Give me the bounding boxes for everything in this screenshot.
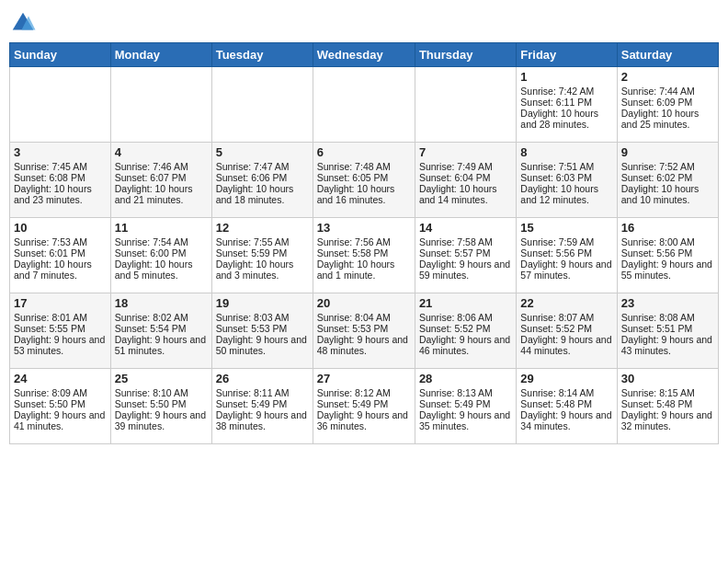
calendar-body: 1Sunrise: 7:42 AMSunset: 6:11 PMDaylight… bbox=[10, 67, 719, 444]
calendar-cell: 27Sunrise: 8:12 AMSunset: 5:49 PMDayligh… bbox=[313, 369, 415, 444]
day-info: Sunset: 5:56 PM bbox=[621, 247, 714, 259]
day-info: Sunrise: 7:58 AM bbox=[419, 236, 512, 247]
day-number: 24 bbox=[14, 372, 107, 385]
day-info: Daylight: 9 hours and 38 minutes. bbox=[216, 409, 309, 431]
calendar-cell: 9Sunrise: 7:52 AMSunset: 6:02 PMDaylight… bbox=[617, 143, 718, 218]
day-info: Sunrise: 8:15 AM bbox=[621, 387, 714, 398]
day-info: Sunset: 6:04 PM bbox=[419, 172, 512, 183]
calendar-cell: 25Sunrise: 8:10 AMSunset: 5:50 PMDayligh… bbox=[110, 369, 211, 444]
day-info: Daylight: 10 hours and 12 minutes. bbox=[520, 183, 612, 205]
calendar-cell: 18Sunrise: 8:02 AMSunset: 5:54 PMDayligh… bbox=[110, 293, 211, 369]
calendar-cell: 4Sunrise: 7:46 AMSunset: 6:07 PMDaylight… bbox=[110, 143, 211, 218]
day-info: Sunset: 5:58 PM bbox=[317, 247, 411, 259]
day-info: Sunrise: 7:54 AM bbox=[115, 236, 208, 247]
calendar-cell: 28Sunrise: 8:13 AMSunset: 5:49 PMDayligh… bbox=[415, 369, 516, 444]
day-number: 30 bbox=[621, 372, 714, 385]
day-info: Sunset: 5:53 PM bbox=[216, 323, 309, 334]
calendar-table: SundayMondayTuesdayWednesdayThursdayFrid… bbox=[9, 42, 719, 444]
calendar-cell: 14Sunrise: 7:58 AMSunset: 5:57 PMDayligh… bbox=[415, 218, 516, 293]
day-number: 18 bbox=[115, 296, 208, 310]
day-number: 27 bbox=[317, 372, 411, 385]
day-number: 12 bbox=[216, 221, 309, 235]
calendar-cell: 13Sunrise: 7:56 AMSunset: 5:58 PMDayligh… bbox=[313, 218, 415, 293]
day-info: Sunrise: 7:59 AM bbox=[520, 236, 612, 247]
calendar-cell: 1Sunrise: 7:42 AMSunset: 6:11 PMDaylight… bbox=[517, 67, 617, 143]
day-info: Daylight: 10 hours and 18 minutes. bbox=[216, 183, 309, 205]
day-header-wednesday: Wednesday bbox=[313, 43, 415, 67]
day-info: Daylight: 9 hours and 53 minutes. bbox=[14, 334, 107, 356]
logo-icon bbox=[9, 9, 37, 37]
day-info: Sunrise: 7:52 AM bbox=[621, 161, 714, 172]
day-info: Daylight: 9 hours and 48 minutes. bbox=[317, 334, 411, 356]
day-number: 28 bbox=[419, 372, 512, 385]
day-info: Sunrise: 7:46 AM bbox=[115, 161, 208, 172]
calendar-week-4: 17Sunrise: 8:01 AMSunset: 5:55 PMDayligh… bbox=[10, 293, 719, 369]
day-info: Sunrise: 8:09 AM bbox=[14, 387, 107, 398]
day-number: 4 bbox=[115, 145, 208, 159]
day-info: Sunrise: 8:10 AM bbox=[115, 387, 208, 398]
calendar-cell: 19Sunrise: 8:03 AMSunset: 5:53 PMDayligh… bbox=[211, 293, 313, 369]
calendar-cell: 11Sunrise: 7:54 AMSunset: 6:00 PMDayligh… bbox=[110, 218, 211, 293]
day-number: 6 bbox=[317, 145, 411, 159]
day-info: Sunrise: 7:47 AM bbox=[216, 161, 309, 172]
day-number: 5 bbox=[216, 145, 309, 159]
calendar-cell: 30Sunrise: 8:15 AMSunset: 5:48 PMDayligh… bbox=[617, 369, 718, 444]
day-info: Sunset: 6:08 PM bbox=[14, 172, 107, 183]
day-info: Daylight: 10 hours and 16 minutes. bbox=[317, 183, 411, 205]
day-info: Daylight: 10 hours and 7 minutes. bbox=[14, 259, 107, 281]
day-info: Sunrise: 7:56 AM bbox=[317, 236, 411, 247]
calendar-cell: 24Sunrise: 8:09 AMSunset: 5:50 PMDayligh… bbox=[10, 369, 111, 444]
day-number: 20 bbox=[317, 296, 411, 310]
day-info: Sunset: 6:01 PM bbox=[14, 247, 107, 259]
day-info: Sunrise: 7:49 AM bbox=[419, 161, 512, 172]
day-info: Daylight: 9 hours and 44 minutes. bbox=[520, 334, 612, 356]
calendar-cell: 12Sunrise: 7:55 AMSunset: 5:59 PMDayligh… bbox=[211, 218, 313, 293]
calendar-cell: 21Sunrise: 8:06 AMSunset: 5:52 PMDayligh… bbox=[415, 293, 516, 369]
day-number: 10 bbox=[14, 221, 107, 235]
day-info: Daylight: 10 hours and 5 minutes. bbox=[115, 259, 208, 281]
day-info: Daylight: 9 hours and 55 minutes. bbox=[621, 259, 714, 281]
day-info: Daylight: 10 hours and 1 minute. bbox=[317, 259, 411, 281]
day-info: Sunset: 5:49 PM bbox=[419, 398, 512, 409]
day-info: Sunset: 5:53 PM bbox=[317, 323, 411, 334]
day-info: Sunset: 5:49 PM bbox=[216, 398, 309, 409]
calendar-cell: 29Sunrise: 8:14 AMSunset: 5:48 PMDayligh… bbox=[517, 369, 617, 444]
day-info: Sunrise: 7:51 AM bbox=[520, 161, 612, 172]
day-info: Daylight: 9 hours and 51 minutes. bbox=[115, 334, 208, 356]
day-number: 7 bbox=[419, 145, 512, 159]
day-info: Sunset: 5:55 PM bbox=[14, 323, 107, 334]
day-number: 3 bbox=[14, 145, 107, 159]
day-info: Sunrise: 8:07 AM bbox=[520, 312, 612, 323]
day-info: Sunrise: 8:08 AM bbox=[621, 312, 714, 323]
day-info: Sunset: 6:00 PM bbox=[115, 247, 208, 259]
day-info: Daylight: 9 hours and 50 minutes. bbox=[216, 334, 309, 356]
calendar-cell: 22Sunrise: 8:07 AMSunset: 5:52 PMDayligh… bbox=[517, 293, 617, 369]
day-info: Sunset: 6:03 PM bbox=[520, 172, 612, 183]
calendar-cell: 16Sunrise: 8:00 AMSunset: 5:56 PMDayligh… bbox=[617, 218, 718, 293]
day-info: Daylight: 9 hours and 41 minutes. bbox=[14, 409, 107, 431]
calendar-header-row: SundayMondayTuesdayWednesdayThursdayFrid… bbox=[10, 43, 719, 67]
day-header-monday: Monday bbox=[110, 43, 211, 67]
day-info: Sunrise: 8:03 AM bbox=[216, 312, 309, 323]
calendar-cell: 23Sunrise: 8:08 AMSunset: 5:51 PMDayligh… bbox=[617, 293, 718, 369]
day-number: 22 bbox=[520, 296, 612, 310]
day-number: 2 bbox=[621, 70, 714, 84]
day-info: Sunset: 5:52 PM bbox=[419, 323, 512, 334]
day-info: Sunrise: 7:45 AM bbox=[14, 161, 107, 172]
calendar-week-1: 1Sunrise: 7:42 AMSunset: 6:11 PMDaylight… bbox=[10, 67, 719, 143]
day-number: 19 bbox=[216, 296, 309, 310]
day-header-sunday: Sunday bbox=[10, 43, 111, 67]
day-header-tuesday: Tuesday bbox=[211, 43, 313, 67]
calendar-week-5: 24Sunrise: 8:09 AMSunset: 5:50 PMDayligh… bbox=[10, 369, 719, 444]
calendar-week-3: 10Sunrise: 7:53 AMSunset: 6:01 PMDayligh… bbox=[10, 218, 719, 293]
day-info: Sunset: 5:54 PM bbox=[115, 323, 208, 334]
day-info: Sunrise: 8:14 AM bbox=[520, 387, 612, 398]
day-info: Sunset: 5:57 PM bbox=[419, 247, 512, 259]
day-header-friday: Friday bbox=[517, 43, 617, 67]
day-number: 15 bbox=[520, 221, 612, 235]
day-info: Sunset: 6:02 PM bbox=[621, 172, 714, 183]
page-header bbox=[9, 9, 719, 37]
day-info: Daylight: 9 hours and 46 minutes. bbox=[419, 334, 512, 356]
calendar-cell: 15Sunrise: 7:59 AMSunset: 5:56 PMDayligh… bbox=[517, 218, 617, 293]
calendar-cell: 7Sunrise: 7:49 AMSunset: 6:04 PMDaylight… bbox=[415, 143, 516, 218]
